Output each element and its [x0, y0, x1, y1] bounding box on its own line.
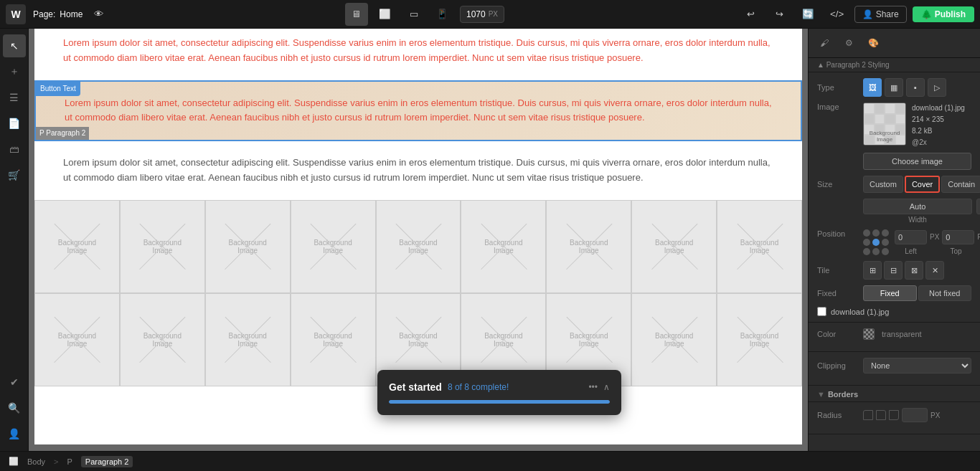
publish-icon: 🌲: [921, 9, 932, 19]
thumb-cell: [895, 103, 906, 114]
radius-row-section: Radius PX: [809, 402, 980, 434]
paint-brush-icon[interactable]: 🖌: [814, 33, 834, 53]
clipping-select[interactable]: None: [863, 358, 971, 374]
paint-bucket-icon[interactable]: 🎨: [863, 33, 883, 53]
progress-fill: [389, 400, 610, 404]
height-input[interactable]: [976, 199, 980, 214]
choose-image-button[interactable]: Choose image: [863, 153, 971, 170]
notif-more-icon[interactable]: •••: [588, 382, 598, 392]
left-icon-cursor[interactable]: ↖: [3, 34, 26, 57]
pos-bc[interactable]: [872, 248, 880, 255]
position-inputs: PX PX Left Top: [895, 230, 980, 255]
radius-input[interactable]: [902, 408, 928, 422]
paragraph-3: Lorem ipsum dolor sit amet, consectetur …: [63, 156, 773, 186]
top-px-unit: PX: [977, 233, 980, 241]
image-filesize: 8.2 kB: [912, 125, 965, 137]
redo-btn[interactable]: ↪: [768, 3, 791, 26]
pos-tl[interactable]: [863, 229, 870, 237]
not-fixed-btn[interactable]: Not fixed: [918, 285, 972, 301]
bottombar: ⬜ Body > P Paragraph 2: [0, 451, 980, 471]
thumb-cell: [875, 114, 885, 125]
tile-v-btn[interactable]: ⊠: [905, 261, 923, 280]
bg-cell: BackgroundImage: [205, 293, 291, 386]
tile-h-btn[interactable]: ⊟: [884, 261, 903, 280]
pos-br[interactable]: [882, 248, 889, 255]
left-icon-apps[interactable]: ✔: [3, 371, 26, 394]
tile-all-btn[interactable]: ⊞: [863, 261, 882, 280]
filename-checkbox-row: download (1).jpg: [817, 307, 971, 316]
left-icon-cms[interactable]: 🗃: [3, 138, 26, 161]
eye-icon-btn[interactable]: 👁: [87, 3, 110, 26]
pos-bl[interactable]: [863, 248, 870, 255]
filename-label: download (1).jpg: [831, 308, 889, 316]
image-retina: @2x: [912, 137, 965, 148]
settings-icon[interactable]: ⚙: [839, 33, 859, 53]
pos-mc[interactable]: [872, 239, 880, 246]
width-input[interactable]: [863, 199, 972, 214]
position-label: Position: [817, 229, 859, 238]
borders-label: Borders: [828, 390, 858, 399]
page-name[interactable]: Home: [60, 9, 83, 19]
bg-cell: BackgroundImage: [376, 200, 461, 293]
pos-ml[interactable]: [863, 239, 870, 246]
pos-tr[interactable]: [882, 229, 889, 237]
pos-mr[interactable]: [882, 239, 889, 246]
breadcrumb-paragraph2[interactable]: Paragraph 2: [81, 456, 133, 467]
tablet-portrait-btn[interactable]: ▭: [402, 3, 425, 26]
code-btn[interactable]: </>: [826, 3, 849, 26]
left-icon-layers[interactable]: ☰: [3, 86, 26, 109]
left-icon-account[interactable]: 👤: [3, 422, 26, 445]
contain-btn[interactable]: Contain: [941, 176, 980, 193]
type-color-btn[interactable]: ▪: [906, 78, 925, 97]
tile-none-btn[interactable]: ✕: [925, 261, 944, 280]
left-icon-add[interactable]: ＋: [3, 60, 26, 83]
width-field-group: Width: [863, 199, 972, 224]
thumb-cell: [864, 114, 875, 125]
publish-button[interactable]: 🌲 Publish: [913, 6, 974, 22]
fixed-btn[interactable]: Fixed: [863, 285, 917, 301]
main-layout: ↖ ＋ ☰ 📄 🗃 🛒 ✔ 🔍 👤 Lorem ipsum dolor sit …: [0, 29, 980, 451]
type-image-btn[interactable]: 🖼: [863, 78, 882, 97]
image-filename: download (1).jpg: [912, 103, 965, 114]
text-section-selected[interactable]: Button Text P Paragraph 2 Lorem ipsum do…: [34, 80, 802, 142]
top-input[interactable]: [942, 230, 974, 244]
bg-cell: BackgroundImage: [717, 293, 802, 386]
left-sublabel: Left: [895, 247, 927, 255]
thumb-cell: [864, 103, 875, 114]
share-button[interactable]: 👤 Share: [854, 6, 907, 23]
thumb-cell: [885, 103, 895, 114]
breadcrumb-body[interactable]: Body: [23, 456, 50, 467]
pos-tc[interactable]: [872, 229, 880, 237]
image-label: Image: [817, 103, 859, 111]
undo-btn[interactable]: ↩: [740, 3, 763, 26]
notif-collapse-icon[interactable]: ∧: [603, 382, 610, 392]
left-input[interactable]: [895, 230, 927, 244]
color-swatch[interactable]: [863, 328, 875, 340]
image-dimensions: 214 × 235: [912, 114, 965, 125]
left-icon-pages[interactable]: 📄: [3, 112, 26, 135]
fixed-btn-group: Fixed Not fixed: [863, 285, 971, 301]
tile-icon-group: ⊞ ⊟ ⊠ ✕: [863, 261, 944, 280]
refresh-btn[interactable]: 🔄: [797, 3, 820, 26]
chevron-down-icon: ▼: [817, 390, 825, 399]
position-grid[interactable]: [863, 229, 889, 255]
size-btn-group: Custom Cover Contain: [863, 176, 980, 193]
bg-cell: BackgroundImage: [120, 200, 205, 293]
bg-cell: BackgroundImage: [34, 200, 120, 293]
filename-checkbox[interactable]: [817, 307, 826, 316]
mobile-btn[interactable]: 📱: [431, 3, 454, 26]
canvas-area[interactable]: Lorem ipsum dolor sit amet, consectetur …: [29, 29, 808, 451]
image-thumbnail: BackgroundImage: [863, 103, 906, 146]
left-icon-search[interactable]: 🔍: [3, 396, 26, 419]
radius-controls: PX: [863, 408, 940, 422]
notification-title: Get started: [389, 381, 442, 393]
left-icon-ecommerce[interactable]: 🛒: [3, 163, 26, 186]
type-video-btn[interactable]: ▷: [928, 78, 946, 97]
tablet-landscape-btn[interactable]: ⬜: [374, 3, 397, 26]
bg-cell: BackgroundImage: [631, 293, 717, 386]
custom-btn[interactable]: Custom: [863, 176, 903, 193]
desktop-view-btn[interactable]: 🖥: [345, 3, 368, 26]
cover-btn[interactable]: Cover: [905, 176, 940, 193]
image-info: download (1).jpg 214 × 235 8.2 kB @2x: [912, 103, 965, 148]
type-gradient-btn[interactable]: ▦: [885, 78, 903, 97]
